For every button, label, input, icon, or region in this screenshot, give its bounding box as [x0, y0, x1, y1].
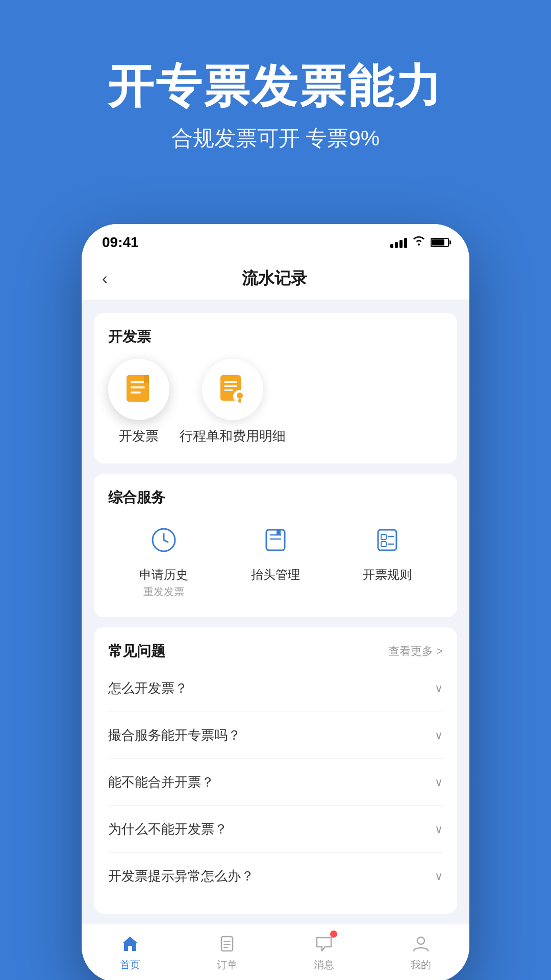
battery-icon	[431, 238, 449, 247]
service-label-history: 申请历史	[139, 567, 188, 583]
itinerary-icon	[216, 374, 249, 405]
faq-question-0: 怎么开发票？	[108, 679, 188, 697]
svg-rect-6	[224, 381, 237, 383]
tab-label-orders: 订单	[217, 958, 237, 972]
invoice-icon-wrap-itinerary	[202, 359, 263, 420]
svg-rect-3	[131, 391, 141, 394]
messages-icon	[313, 933, 335, 955]
invoice-icon-wrap-active	[108, 359, 169, 420]
svg-rect-8	[224, 389, 233, 391]
invoice-section-title: 开发票	[108, 327, 443, 347]
back-button[interactable]: ‹	[102, 267, 116, 290]
svg-rect-14	[378, 530, 396, 550]
faq-section-card: 常见问题 查看更多 > 怎么开发票？ ∨ 撮合服务能开专票吗？ ∨ 能不能合并开…	[94, 627, 457, 914]
invoice-item-label-1: 行程单和费用明细	[180, 427, 286, 445]
svg-rect-7	[224, 385, 237, 387]
chevron-down-icon-2: ∨	[435, 776, 443, 789]
svg-rect-16	[381, 542, 386, 547]
signal-icon	[390, 237, 407, 248]
invoice-section-card: 开发票	[94, 313, 457, 463]
rules-icon	[374, 527, 400, 553]
service-item-header[interactable]: 抬头管理	[251, 520, 300, 599]
profile-icon	[410, 933, 432, 955]
history-icon	[151, 527, 177, 553]
status-time: 09:41	[102, 234, 139, 251]
nav-title: 流水记录	[116, 267, 434, 290]
chevron-down-icon-1: ∨	[435, 729, 443, 742]
tab-label-home: 首页	[120, 958, 140, 972]
faq-item-4[interactable]: 开发票提示异常怎么办？ ∨	[108, 853, 443, 899]
content-area: 开发票	[82, 301, 469, 914]
hero-title: 开专票发票能力	[31, 61, 520, 112]
tab-bar: 首页 订单	[82, 924, 469, 980]
faq-item-0[interactable]: 怎么开发票？ ∨	[108, 665, 443, 712]
svg-point-11	[238, 399, 241, 403]
message-badge	[330, 930, 337, 938]
phone-container: 09:41	[0, 193, 551, 980]
invoice-item-itinerary[interactable]: 行程单和费用明细	[180, 359, 286, 445]
status-icons	[390, 236, 449, 249]
service-section-title: 综合服务	[108, 488, 443, 507]
tab-item-messages[interactable]: 消息	[293, 933, 355, 972]
svg-point-18	[417, 937, 424, 944]
status-bar: 09:41	[82, 224, 469, 257]
svg-point-10	[237, 393, 243, 399]
history-icon-wrap	[143, 520, 184, 560]
tab-item-orders[interactable]: 订单	[196, 933, 258, 972]
header-mgmt-icon	[262, 527, 289, 553]
rules-icon-wrap	[367, 520, 408, 560]
invoice-item-label-0: 开发票	[119, 427, 159, 445]
invoice-item-kaifapiao[interactable]: 开发票	[108, 359, 169, 445]
faq-item-3[interactable]: 为什么不能开发票？ ∨	[108, 806, 443, 853]
home-icon	[119, 933, 141, 955]
chevron-down-icon-3: ∨	[435, 823, 443, 836]
hero-section: 开专票发票能力 合规发票可开 专票9%	[0, 0, 551, 193]
service-label-header: 抬头管理	[251, 567, 300, 583]
faq-item-1[interactable]: 撮合服务能开专票吗？ ∨	[108, 712, 443, 759]
svg-rect-13	[266, 530, 285, 550]
svg-rect-15	[381, 534, 386, 540]
service-sublabel-history: 重发发票	[143, 585, 184, 599]
service-items-grid: 申请历史 重发发票	[108, 520, 443, 599]
orders-icon	[216, 933, 238, 955]
svg-rect-1	[131, 381, 145, 383]
tab-label-profile: 我的	[411, 958, 431, 972]
tab-item-home[interactable]: 首页	[99, 933, 161, 972]
faq-question-1: 撮合服务能开专票吗？	[108, 726, 241, 744]
wifi-icon	[412, 236, 425, 249]
nav-bar: ‹ 流水记录	[82, 257, 469, 301]
chevron-down-icon-4: ∨	[435, 870, 443, 883]
faq-question-3: 为什么不能开发票？	[108, 820, 228, 838]
service-item-rules[interactable]: 开票规则	[363, 520, 412, 599]
header-icon-wrap	[255, 520, 296, 560]
service-label-rules: 开票规则	[363, 567, 412, 583]
invoice-icon	[122, 374, 155, 405]
service-item-history[interactable]: 申请历史 重发发票	[139, 520, 188, 599]
faq-more-link[interactable]: 查看更多 >	[388, 644, 443, 659]
service-section-card: 综合服务 申请历史 重发发票	[94, 474, 457, 617]
svg-rect-2	[131, 386, 145, 388]
phone-mockup: 09:41	[82, 224, 469, 980]
chevron-down-icon-0: ∨	[435, 682, 443, 695]
faq-question-2: 能不能合并开票？	[108, 773, 214, 791]
faq-question-4: 开发票提示异常怎么办？	[108, 867, 254, 885]
tab-item-profile[interactable]: 我的	[390, 933, 452, 972]
hero-subtitle: 合规发票可开 专票9%	[31, 124, 520, 153]
invoice-items-grid: 开发票	[108, 359, 443, 445]
faq-item-2[interactable]: 能不能合并开票？ ∨	[108, 759, 443, 806]
faq-header: 常见问题 查看更多 >	[108, 642, 443, 661]
faq-title: 常见问题	[108, 642, 165, 661]
tab-label-messages: 消息	[314, 958, 334, 972]
